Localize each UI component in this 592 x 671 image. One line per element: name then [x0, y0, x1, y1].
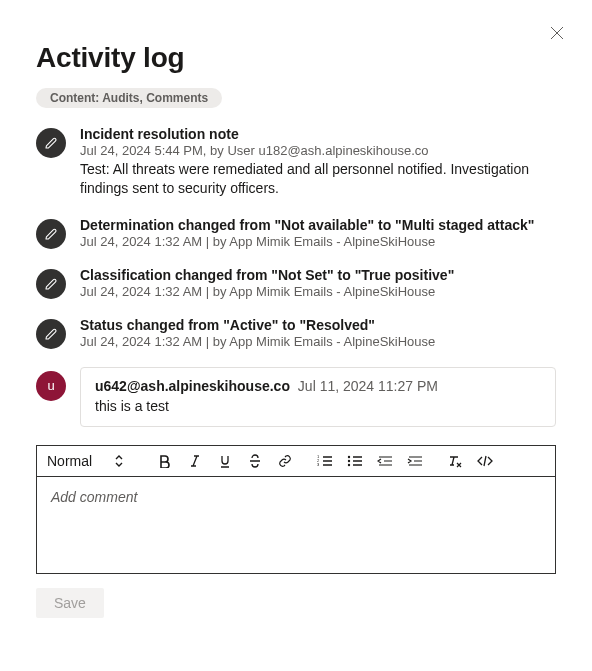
- updown-icon: [114, 454, 124, 468]
- svg-point-4: [348, 459, 350, 461]
- audit-entry: Incident resolution note Jul 24, 2024 5:…: [36, 126, 556, 199]
- italic-icon: [188, 454, 202, 468]
- pencil-icon: [44, 277, 58, 291]
- comment-time: Jul 11, 2024 11:27 PM: [298, 378, 438, 394]
- code-icon: [477, 454, 493, 468]
- bold-icon: [158, 454, 172, 468]
- entry-title: Incident resolution note: [80, 126, 556, 142]
- close-button[interactable]: [546, 22, 568, 44]
- content-filter-pill[interactable]: Content: Audits, Comments: [36, 88, 222, 108]
- ordered-list-icon: 123: [317, 454, 333, 468]
- audit-entry: Status changed from "Active" to "Resolve…: [36, 317, 556, 349]
- svg-point-3: [348, 455, 350, 457]
- entry-title: Determination changed from "Not availabl…: [80, 217, 556, 233]
- outdent-icon: [377, 454, 393, 468]
- clear-format-icon: [447, 454, 463, 468]
- comment-editor: Normal 123: [36, 445, 556, 574]
- link-icon: [278, 454, 292, 468]
- edit-icon-badge: [36, 219, 66, 249]
- editor-placeholder: Add comment: [51, 489, 137, 505]
- editor-textarea[interactable]: Add comment: [37, 477, 555, 573]
- entry-title: Status changed from "Active" to "Resolve…: [80, 317, 556, 333]
- activity-log-panel: Activity log Content: Audits, Comments I…: [0, 0, 592, 642]
- entry-meta: Jul 24, 2024 1:32 AM | by App Mimik Emai…: [80, 334, 556, 349]
- link-button[interactable]: [276, 452, 294, 470]
- edit-icon-badge: [36, 128, 66, 158]
- entry-meta: Jul 24, 2024 1:32 AM | by App Mimik Emai…: [80, 284, 556, 299]
- close-icon: [550, 26, 564, 40]
- comment-body: this is a test: [95, 398, 541, 414]
- user-avatar: u: [36, 371, 66, 401]
- underline-button[interactable]: [216, 452, 234, 470]
- entry-title: Classification changed from "Not Set" to…: [80, 267, 556, 283]
- comment-entry: u u642@ash.alpineskihouse.co Jul 11, 202…: [36, 367, 556, 427]
- code-button[interactable]: [476, 452, 494, 470]
- svg-point-5: [348, 463, 350, 465]
- comment-author: u642@ash.alpineskihouse.co: [95, 378, 290, 394]
- ordered-list-button[interactable]: 123: [316, 452, 334, 470]
- bullet-list-button[interactable]: [346, 452, 364, 470]
- entry-meta: Jul 24, 2024 5:44 PM, by User u182@ash.a…: [80, 143, 556, 158]
- entry-meta: Jul 24, 2024 1:32 AM | by App Mimik Emai…: [80, 234, 556, 249]
- strike-icon: [248, 454, 262, 468]
- indent-button[interactable]: [406, 452, 424, 470]
- indent-icon: [407, 454, 423, 468]
- editor-toolbar: Normal 123: [37, 446, 555, 477]
- pencil-icon: [44, 136, 58, 150]
- clear-format-button[interactable]: [446, 452, 464, 470]
- bullet-list-icon: [347, 454, 363, 468]
- pencil-icon: [44, 227, 58, 241]
- comment-card: u642@ash.alpineskihouse.co Jul 11, 2024 …: [80, 367, 556, 427]
- pencil-icon: [44, 327, 58, 341]
- edit-icon-badge: [36, 319, 66, 349]
- entry-text: Test: All threats were remediated and al…: [80, 160, 556, 199]
- strike-button[interactable]: [246, 452, 264, 470]
- italic-button[interactable]: [186, 452, 204, 470]
- audit-entry: Determination changed from "Not availabl…: [36, 217, 556, 249]
- audit-entry: Classification changed from "Not Set" to…: [36, 267, 556, 299]
- edit-icon-badge: [36, 269, 66, 299]
- style-picker-label: Normal: [47, 453, 92, 469]
- svg-text:3: 3: [317, 462, 320, 467]
- page-title: Activity log: [36, 42, 556, 74]
- outdent-button[interactable]: [376, 452, 394, 470]
- bold-button[interactable]: [156, 452, 174, 470]
- save-button[interactable]: Save: [36, 588, 104, 618]
- style-picker[interactable]: Normal: [47, 453, 134, 469]
- underline-icon: [218, 454, 232, 468]
